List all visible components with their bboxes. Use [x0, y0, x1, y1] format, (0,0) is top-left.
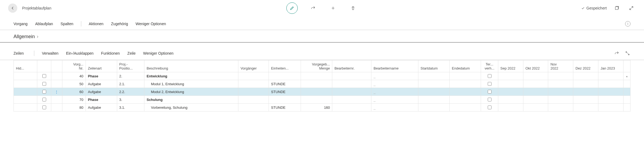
cell-einheit[interactable]	[269, 96, 301, 104]
col-sep2022[interactable]: Sep 2022	[498, 60, 523, 72]
cell-endedatum[interactable]	[450, 96, 481, 104]
cell-checkbox[interactable]	[37, 80, 51, 88]
share-button[interactable]	[309, 4, 318, 13]
cell-vorg-nr[interactable]: 80	[62, 104, 86, 111]
col-zeilenart[interactable]: Zeilenart	[86, 60, 117, 72]
col-menge[interactable]: Vorgegeb...Menge	[301, 60, 332, 72]
cell-endedatum[interactable]	[450, 72, 481, 80]
cell-menge[interactable]: 160	[301, 104, 332, 111]
cell-gantt-okt[interactable]	[523, 88, 548, 96]
cell-einheit[interactable]	[269, 72, 301, 80]
cell-terverh[interactable]	[481, 72, 498, 80]
cell-projpos[interactable]: 3.1.	[117, 104, 144, 111]
delete-button[interactable]	[348, 4, 358, 13]
cell-zeilenart[interactable]: Aufgabe	[86, 88, 117, 96]
col-bearbeitername[interactable]: Bearbeitername	[371, 60, 418, 72]
info-icon[interactable]: i	[625, 21, 631, 27]
cell-gantt-dez[interactable]	[573, 80, 598, 88]
cell-gantt-sep[interactable]	[498, 72, 523, 80]
col-hid[interactable]: Hid...	[14, 60, 37, 72]
lines-maximize-icon[interactable]	[625, 50, 631, 56]
cell-einheit[interactable]: STUNDE	[269, 80, 301, 88]
cell-gantt-dez[interactable]	[573, 96, 598, 104]
row-checkbox[interactable]	[42, 106, 46, 109]
cell-startdatum[interactable]	[418, 72, 450, 80]
collapse-button[interactable]	[627, 4, 636, 13]
cell-gantt-sep[interactable]	[498, 80, 523, 88]
cell-terverh[interactable]	[481, 80, 498, 88]
cell-menge[interactable]	[301, 72, 332, 80]
cell-beschreibung[interactable]: Entwicklung	[144, 72, 238, 80]
cell-beschreibung[interactable]: Vorbereitung, Schulung	[144, 104, 238, 111]
cell-bearbeitername[interactable]: _	[371, 88, 418, 96]
cell-gantt-jan[interactable]	[598, 88, 623, 96]
cell-vorg-nr[interactable]: 40	[62, 72, 86, 80]
row-menu[interactable]	[51, 96, 62, 104]
cell-beschreibung[interactable]: Schulung	[144, 96, 238, 104]
cell-startdatum[interactable]	[418, 88, 450, 96]
cell-bearbeitername[interactable]: _	[371, 72, 418, 80]
cell-hid[interactable]	[14, 104, 37, 111]
row-checkbox[interactable]	[42, 98, 46, 101]
cell-gantt-jan[interactable]	[598, 104, 623, 111]
cell-bearbeiternr[interactable]	[332, 72, 371, 80]
cell-zeilenart[interactable]: Aufgabe	[86, 104, 117, 111]
cell-gantt-nov[interactable]	[548, 96, 573, 104]
cell-gantt-sep[interactable]	[498, 104, 523, 111]
cell-hid[interactable]	[14, 96, 37, 104]
cell-vorgaenger[interactable]	[238, 72, 269, 80]
col-jan2023[interactable]: Jan 2023	[598, 60, 623, 72]
cell-gantt-dez[interactable]	[573, 88, 598, 96]
menu-aktionen[interactable]: Aktionen	[89, 22, 103, 26]
row-checkbox[interactable]	[42, 74, 46, 78]
cell-gantt-jan[interactable]	[598, 96, 623, 104]
cell-bearbeiternr[interactable]	[332, 88, 371, 96]
cell-bearbeiternr[interactable]	[332, 104, 371, 111]
cell-endedatum[interactable]	[450, 104, 481, 111]
cell-checkbox[interactable]	[37, 72, 51, 80]
cell-projpos[interactable]: 2.	[117, 72, 144, 80]
cell-gantt-dez[interactable]	[573, 72, 598, 80]
row-menu[interactable]	[51, 72, 62, 80]
cell-gantt-jan[interactable]	[598, 72, 623, 80]
cell-bearbeiternr[interactable]	[332, 80, 371, 88]
col-bearbeiternr[interactable]: Bearbeiternr.	[332, 60, 371, 72]
cell-startdatum[interactable]	[418, 80, 450, 88]
cell-endedatum[interactable]	[450, 80, 481, 88]
cell-hid[interactable]	[14, 72, 37, 80]
new-button[interactable]	[328, 4, 338, 13]
cell-projpos[interactable]: 2.1.	[117, 80, 144, 88]
col-projpos[interactable]: Proj.-Positio...	[117, 60, 144, 72]
cell-vorg-nr[interactable]: 70	[62, 96, 86, 104]
section-allgemein[interactable]: Allgemein	[0, 30, 644, 42]
col-beschreibung[interactable]: Beschreibung	[144, 60, 238, 72]
cell-vorgaenger[interactable]	[238, 88, 269, 96]
cell-menge[interactable]	[301, 80, 332, 88]
cell-checkbox[interactable]	[37, 88, 51, 96]
menu-ablaufplan[interactable]: Ablaufplan	[35, 22, 53, 26]
row-checkbox[interactable]	[42, 82, 46, 86]
lines-verwalten[interactable]: Verwalten	[42, 51, 58, 55]
col-okt2022[interactable]: Okt 2022	[523, 60, 548, 72]
cell-bearbeiternr[interactable]	[332, 96, 371, 104]
cell-zeilenart[interactable]: Phase	[86, 96, 117, 104]
menu-vorgang[interactable]: Vorgang	[13, 22, 28, 26]
terverh-checkbox[interactable]	[488, 98, 492, 101]
cell-projpos[interactable]: 2.2.	[117, 88, 144, 96]
cell-gantt-jan[interactable]	[598, 80, 623, 88]
cell-gantt-nov[interactable]	[548, 80, 573, 88]
cell-terverh[interactable]	[481, 96, 498, 104]
cell-gantt-okt[interactable]	[523, 96, 548, 104]
cell-gantt-nov[interactable]	[548, 88, 573, 96]
col-dez2022[interactable]: Dez 2022	[573, 60, 598, 72]
table-row[interactable]: ⋮60Aufgabe2.2.Modul 2, EntwicklungSTUNDE…	[14, 88, 631, 96]
cell-beschreibung[interactable]: Modul 1, Entwicklung	[144, 80, 238, 88]
cell-startdatum[interactable]	[418, 96, 450, 104]
cell-zeilenart[interactable]: Aufgabe	[86, 80, 117, 88]
col-nov2022[interactable]: Nov2022	[548, 60, 573, 72]
table-row[interactable]: 50Aufgabe2.1.Modul 1, EntwicklungSTUNDE_	[14, 80, 631, 88]
col-einheiten[interactable]: Einheiten...	[269, 60, 301, 72]
cell-checkbox[interactable]	[37, 104, 51, 111]
menu-zugehoerig[interactable]: Zugehörig	[111, 22, 128, 26]
cell-hid[interactable]	[14, 88, 37, 96]
